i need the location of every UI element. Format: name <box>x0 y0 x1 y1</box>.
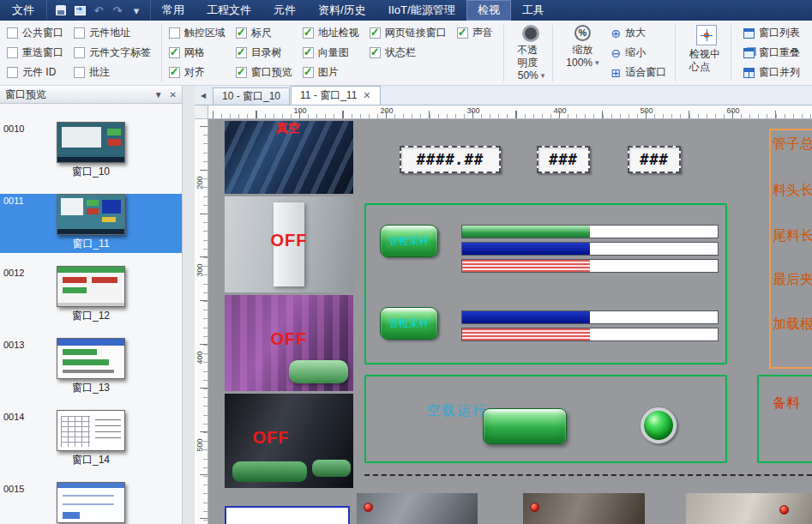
param-label-tail-length[interactable]: 尾料长 <box>773 227 812 245</box>
window-item-0011[interactable]: 0011 窗口_11 <box>0 194 182 253</box>
backup-label[interactable]: 备料 <box>773 395 800 413</box>
checkbox-box-icon <box>7 67 18 78</box>
run-button[interactable] <box>483 408 567 444</box>
panel-title: 窗口预览 <box>5 87 147 102</box>
checkbox-box-icon <box>457 27 468 39</box>
checkbox-object-id[interactable]: 元件 ID <box>7 63 63 82</box>
checkbox-window-preview[interactable]: 窗口预览 <box>236 63 292 82</box>
panel-close-icon[interactable]: ✕ <box>170 90 177 99</box>
export-icon[interactable] <box>73 3 87 17</box>
param-label-tube-total[interactable]: 管子总 <box>773 136 812 154</box>
panel-splitter[interactable] <box>183 86 195 524</box>
tab-close-icon[interactable]: ✕ <box>363 90 370 101</box>
zoom-out-button[interactable]: ⊖缩小 <box>606 43 672 63</box>
bottom-photo-3[interactable] <box>686 493 812 524</box>
ribbon-toolbar: 公共窗口 重迭窗口 元件 ID 元件地址 元件文字标签 批注 触控区域 网格 对… <box>0 21 812 86</box>
menu-tab-home[interactable]: 常用 <box>151 0 195 21</box>
photo-machine-1[interactable]: 真空 <box>225 121 353 194</box>
photo-machine-3[interactable]: OFF <box>225 295 353 391</box>
tab-scroll-left-icon[interactable]: ◀ <box>196 88 210 103</box>
checkbox-vector-graphic[interactable]: 向量图 <box>303 43 359 63</box>
zoom-button[interactable]: % 缩放 100%▾ <box>559 23 605 69</box>
bar-graph-blue-1[interactable] <box>461 242 719 256</box>
window-thumbnail-image[interactable] <box>57 482 125 523</box>
checkbox-picture[interactable]: 图片 <box>303 63 359 82</box>
menu-tab-project-files[interactable]: 工程文件 <box>195 0 262 21</box>
zoom-out-icon: ⊖ <box>611 47 622 59</box>
window-tile-button[interactable]: 窗口并列 <box>738 63 805 82</box>
param-label-head-length[interactable]: 料头长 <box>773 182 812 200</box>
checkbox-comment[interactable]: 批注 <box>74 63 151 82</box>
green-panel-backup[interactable] <box>757 375 812 463</box>
photo-machine-4[interactable]: OFF <box>225 394 353 488</box>
bottom-photo-1[interactable] <box>357 493 478 524</box>
tab-window-11[interactable]: 11 - 窗口_11✕ <box>291 86 380 105</box>
window-thumbnail-image[interactable] <box>57 338 125 379</box>
checkbox-object-address[interactable]: 元件地址 <box>74 23 151 43</box>
window-item-0015[interactable]: 0015 窗口_15 <box>0 482 182 524</box>
window-thumbnail-image[interactable] <box>57 410 125 451</box>
file-menu[interactable]: 文件 <box>0 0 46 21</box>
bar-graph-blue-2[interactable] <box>461 310 719 324</box>
window-item-0013[interactable]: 0013 窗口_13 <box>0 338 182 397</box>
red-indicator-icon[interactable] <box>530 503 539 512</box>
menu-tab-iiot-energy[interactable]: IIoT/能源管理 <box>377 0 466 21</box>
checkbox-box-icon <box>74 27 85 39</box>
idle-run-label[interactable]: 空载运行 <box>426 402 488 420</box>
numeric-display-2[interactable]: ### <box>537 146 590 173</box>
param-label-load-count[interactable]: 加载根 <box>773 316 812 334</box>
photo-machine-2[interactable]: OFF <box>225 196 353 292</box>
ruler-mark: 300 <box>195 263 204 277</box>
window-thumbnail-image[interactable] <box>57 122 125 163</box>
bottom-photo-2[interactable] <box>523 493 645 524</box>
window-item-0010[interactable]: 0010 窗口_10 <box>0 122 182 181</box>
view-center-button[interactable]: 检视中心点 <box>683 23 731 74</box>
numeric-display-1[interactable]: ####.## <box>400 146 501 173</box>
checkbox-address-view[interactable]: 地址检视 <box>303 23 359 43</box>
checkbox-web-link-window[interactable]: 网页链接窗口 <box>370 23 447 43</box>
window-list-button[interactable]: 窗口列表 <box>738 23 805 43</box>
window-item-0014[interactable]: 0014 窗口_14 <box>0 410 182 469</box>
checkbox-label: 对齐 <box>184 65 205 80</box>
design-canvas[interactable]: 真空 OFF OFF OFF ####.## ### ### 管检采样 管检采样 <box>208 119 812 524</box>
window-cascade-button[interactable]: 窗口重叠 <box>738 43 805 63</box>
checkbox-common-window[interactable]: 公共窗口 <box>7 23 63 43</box>
fit-window-button[interactable]: ⊞适合窗口 <box>606 63 672 82</box>
sample-button-1[interactable]: 管检采样 <box>380 225 438 257</box>
opacity-button[interactable]: 不透明度 50%▾ <box>510 23 551 82</box>
menu-tab-view[interactable]: 检视 <box>466 0 511 21</box>
checkbox-label: 向量图 <box>318 45 349 60</box>
checkbox-overlay-window[interactable]: 重迭窗口 <box>7 43 63 63</box>
checkbox-snap[interactable]: 对齐 <box>169 63 226 82</box>
tab-window-10[interactable]: 10 - 窗口_10 <box>213 87 290 105</box>
menu-tab-data-history[interactable]: 资料/历史 <box>307 0 377 21</box>
checkbox-sound[interactable]: 声音 <box>457 23 493 43</box>
panel-dropdown-icon[interactable]: ▼ <box>154 90 163 99</box>
menu-tab-tools[interactable]: 工具 <box>511 0 556 21</box>
quick-access-dropdown-icon[interactable]: ▾ <box>129 3 143 17</box>
param-label-last-clamp[interactable]: 最后夹 <box>773 271 812 289</box>
checkbox-object-text-label[interactable]: 元件文字标签 <box>74 43 151 63</box>
red-indicator-icon[interactable] <box>779 505 789 515</box>
sample-button-2[interactable]: 管检采样 <box>380 307 438 340</box>
bar-graph-hatch-2[interactable] <box>461 328 719 341</box>
window-thumbnail-image[interactable] <box>57 194 125 235</box>
menu-tab-objects[interactable]: 元件 <box>262 0 307 21</box>
window-thumbnail-image[interactable] <box>57 266 125 307</box>
red-indicator-icon[interactable] <box>364 503 373 512</box>
bar-graph-hatch-1[interactable] <box>461 259 719 273</box>
window-item-0012[interactable]: 0012 窗口_12 <box>0 266 182 325</box>
checkbox-grid[interactable]: 网格 <box>169 43 226 63</box>
checkbox-ruler[interactable]: 标尺 <box>236 23 292 43</box>
bar-graph-green[interactable] <box>461 225 719 238</box>
numeric-display-3[interactable]: ### <box>628 146 681 173</box>
checkbox-tree-view[interactable]: 目录树 <box>236 43 292 63</box>
checkbox-status-bar[interactable]: 状态栏 <box>370 43 447 63</box>
undo-icon[interactable]: ↶ <box>92 3 105 17</box>
blue-frame-box[interactable] <box>225 506 350 524</box>
redo-icon[interactable]: ↷ <box>111 3 124 17</box>
save-icon[interactable] <box>54 3 68 17</box>
status-led[interactable] <box>641 407 677 443</box>
zoom-in-button[interactable]: ⊕放大 <box>606 23 672 43</box>
checkbox-touch-area[interactable]: 触控区域 <box>169 23 226 43</box>
